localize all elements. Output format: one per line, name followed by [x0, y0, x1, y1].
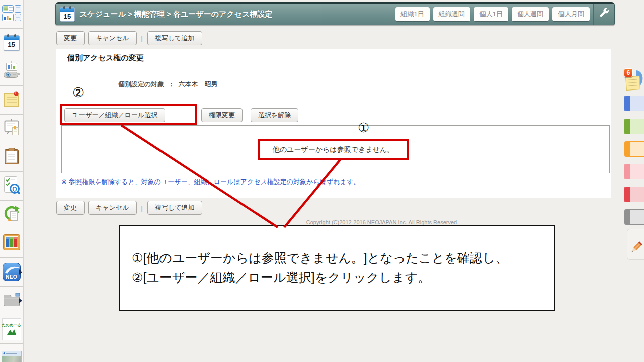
copy-add-button-bottom[interactable]: 複写して追加: [147, 201, 202, 215]
left-sidebar: 15: [0, 0, 24, 362]
folder-icon: [3, 292, 21, 309]
expand-arrow-icon: [19, 298, 22, 303]
color-label-gray[interactable]: [624, 209, 644, 225]
sidebar-item-facility[interactable]: [0, 57, 23, 86]
color-label-green[interactable]: [624, 119, 644, 134]
bulletin-icon: [3, 119, 21, 139]
title-rule: [61, 65, 600, 65]
ad-banner-icon: たのめーる: [2, 318, 21, 340]
color-label-blue[interactable]: [624, 96, 644, 111]
pencil-icon: [628, 240, 643, 257]
note-text: ※ 参照権限を解除すると、対象のユーザー、組織、ロールはアクセス権設定の対象から…: [61, 177, 360, 187]
schedule-icon: 15: [4, 35, 20, 51]
sidebar-item-ad-photo[interactable]: [0, 344, 23, 362]
bottom-toolbar: 変更 キャンセル | 複写して追加: [56, 201, 202, 215]
sidebar-item-portal[interactable]: [0, 0, 23, 29]
subject-label: 個別設定の対象: [118, 80, 164, 88]
sidebar-item-memo[interactable]: [0, 86, 23, 115]
subject-colon: ：: [168, 80, 175, 88]
subject-value: 六本木 昭男: [179, 80, 218, 88]
subject-row: 個別設定の対象 ： 六本木 昭男: [118, 80, 218, 89]
expand-arrow-icon: [19, 269, 22, 275]
survey-icon: Q: [3, 176, 20, 196]
svg-text:Q: Q: [12, 186, 17, 193]
workflow-icon: [3, 205, 21, 225]
sidebar-item-ad-banner[interactable]: たのめーる: [0, 315, 23, 344]
ad-photo-icon: [2, 351, 22, 362]
edit-pencil-button[interactable]: [627, 229, 644, 260]
nav-button-org-day[interactable]: 組織1日: [395, 7, 430, 21]
sidebar-item-cabinet[interactable]: [0, 229, 23, 258]
app-header: 15 スケジュール > 機能管理 > 各ユーザーのアクセス権設定 組織1日 組織…: [55, 2, 615, 25]
neo-icon: NEO: [3, 263, 21, 281]
change-button-bottom[interactable]: 変更: [56, 201, 85, 215]
color-label-orange[interactable]: [624, 141, 644, 157]
deselect-button[interactable]: 選択を解除: [251, 108, 298, 122]
change-button[interactable]: 変更: [56, 31, 85, 45]
page: 15: [0, 0, 644, 362]
portal-icon: [2, 5, 21, 23]
instruction-callout: ①[他のユーザーからは参照できません。]となったことを確認し、 ②[ユーザー／組…: [119, 225, 555, 311]
sidebar-item-neo[interactable]: NEO: [0, 258, 23, 287]
top-toolbar: 変更 キャンセル | 複写して追加: [56, 31, 202, 45]
settings-button[interactable]: [593, 4, 614, 25]
color-label-red[interactable]: [624, 187, 644, 202]
step2-marker: ②: [72, 86, 84, 99]
nav-button-personal-month[interactable]: 個人月間: [552, 7, 590, 21]
nav-button-personal-day[interactable]: 個人1日: [474, 7, 508, 21]
schedule-calendar-icon: 15: [60, 7, 75, 22]
copy-add-button[interactable]: 複写して追加: [147, 31, 202, 45]
step1-highlight-box: 他のユーザーからは参照できません。: [258, 139, 409, 160]
cancel-button[interactable]: キャンセル: [88, 31, 137, 45]
step1-marker: ①: [358, 121, 369, 134]
note-icon: [625, 76, 640, 90]
notification-note-button[interactable]: 6: [623, 68, 644, 94]
notification-badge: 6: [624, 68, 633, 77]
sidebar-item-todo[interactable]: [0, 143, 23, 172]
toolbar-separator: |: [141, 204, 143, 212]
nav-button-org-week[interactable]: 組織週間: [433, 7, 470, 21]
nav-button-personal-week[interactable]: 個人週間: [512, 7, 549, 21]
step2-highlight-box: [60, 104, 197, 125]
wrench-icon: [599, 8, 610, 21]
sidebar-item-survey[interactable]: Q: [0, 172, 23, 201]
facility-icon: [3, 61, 21, 81]
sidebar-item-workflow[interactable]: [0, 201, 23, 229]
callout-line2: ②[ユーザー／組織／ロール選択]をクリックします。: [132, 267, 549, 287]
page-title: 個別アクセス権の変更: [67, 53, 144, 63]
sidebar-item-schedule[interactable]: 15: [0, 29, 23, 57]
sidebar-item-folder[interactable]: [0, 287, 23, 315]
callout-line1: ①[他のユーザーからは参照できません。]となったことを確認し、: [132, 248, 549, 267]
cabinet-icon: [3, 234, 21, 253]
permission-change-button[interactable]: 権限変更: [201, 108, 243, 122]
breadcrumb: スケジュール > 機能管理 > 各ユーザーのアクセス権設定: [79, 10, 395, 19]
color-label-pink[interactable]: [624, 164, 644, 179]
toolbar-separator: |: [141, 35, 143, 42]
memo-icon: [3, 90, 20, 110]
cancel-button-bottom[interactable]: キャンセル: [88, 201, 137, 215]
todo-icon: [4, 147, 20, 167]
empty-message: 他のユーザーからは参照できません。: [273, 145, 394, 154]
sidebar-item-bulletin[interactable]: [0, 115, 23, 143]
